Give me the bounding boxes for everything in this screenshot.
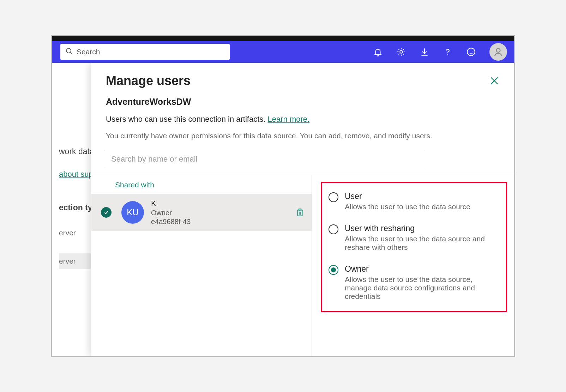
role-options-highlight: User Allows the user to use the data sou… (321, 182, 507, 312)
panel-title: Manage users (106, 73, 191, 88)
panel-desc-text: Users who can use this connection in art… (106, 115, 268, 123)
manage-users-panel: Manage users AdventureWorksDW Users who … (91, 63, 514, 356)
global-search-input[interactable] (77, 48, 225, 56)
role-option-owner[interactable]: Owner Allows the user to use the data so… (329, 264, 500, 301)
svg-point-4 (467, 48, 475, 56)
role-option-user[interactable]: User Allows the user to use the data sou… (329, 192, 500, 211)
radio-icon[interactable] (329, 265, 338, 275)
role-desc: Allows the user to use the data source a… (345, 235, 493, 252)
profile-avatar[interactable] (489, 43, 507, 61)
role-desc: Allows the user to use the data source, … (345, 275, 493, 301)
role-desc: Allows the user to use the data source (345, 203, 470, 211)
svg-point-6 (472, 51, 472, 51)
panel-description: Users who can use this connection in art… (106, 115, 499, 124)
learn-more-link[interactable]: Learn more. (268, 115, 310, 123)
download-icon[interactable] (420, 47, 429, 57)
role-title: User with resharing (345, 224, 493, 233)
panel-note: You currently have owner permissions for… (106, 132, 499, 140)
delete-icon[interactable] (295, 208, 305, 217)
feedback-icon[interactable] (466, 47, 476, 57)
notifications-icon[interactable] (373, 47, 383, 57)
panel-subtitle: AdventureWorksDW (106, 97, 499, 107)
svg-point-5 (470, 51, 470, 51)
svg-point-0 (66, 48, 71, 53)
user-id: e4a9688f-43 (151, 218, 295, 226)
app-header (52, 41, 514, 63)
radio-icon[interactable] (329, 192, 338, 202)
close-icon[interactable] (489, 76, 499, 86)
settings-icon[interactable] (396, 47, 406, 57)
role-selection-column: User Allows the user to use the data sou… (312, 175, 514, 356)
search-icon (65, 47, 73, 56)
shared-with-tab[interactable]: Shared with (91, 175, 312, 194)
users-list-column: Shared with KU K Owner e4a9688f-43 (91, 175, 312, 356)
user-name: K (151, 199, 295, 208)
role-option-user-resharing[interactable]: User with resharing Allows the user to u… (329, 224, 500, 252)
checkmark-icon (101, 207, 112, 218)
window-titlebar (52, 36, 514, 41)
radio-icon[interactable] (329, 224, 338, 234)
global-search[interactable] (60, 44, 230, 60)
help-icon[interactable] (443, 47, 453, 57)
role-title: Owner (345, 264, 493, 274)
user-row[interactable]: KU K Owner e4a9688f-43 (91, 194, 312, 231)
svg-line-1 (70, 52, 72, 54)
user-avatar: KU (121, 201, 144, 224)
user-search-input[interactable] (106, 150, 425, 168)
user-role-label: Owner (151, 209, 295, 217)
svg-point-8 (496, 48, 500, 52)
svg-point-3 (447, 54, 448, 55)
svg-point-2 (400, 50, 402, 53)
role-title: User (345, 192, 470, 201)
